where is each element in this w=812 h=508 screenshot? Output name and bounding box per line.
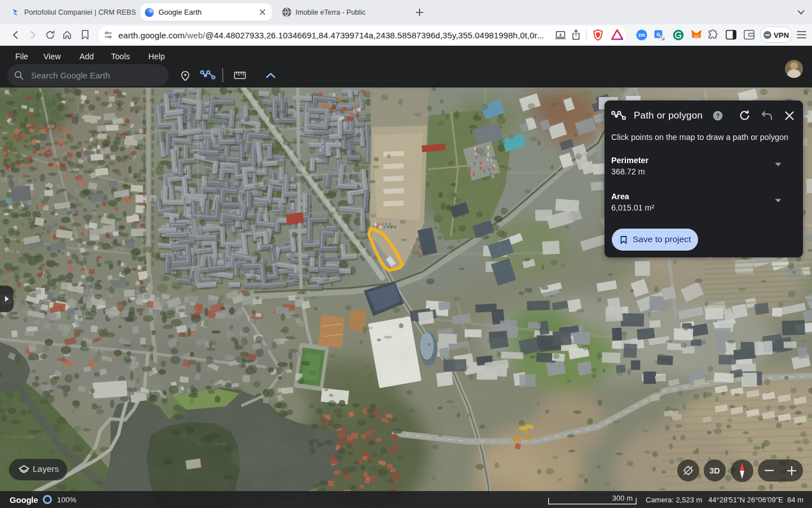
svg-text:G: G <box>656 32 660 37</box>
svg-text:zm: zm <box>638 32 645 38</box>
svg-text:© 2024 Google: © 2024 Google <box>197 441 228 446</box>
svg-text:?: ? <box>716 112 720 119</box>
svg-text:© 2024 Google: © 2024 Google <box>5 434 35 439</box>
